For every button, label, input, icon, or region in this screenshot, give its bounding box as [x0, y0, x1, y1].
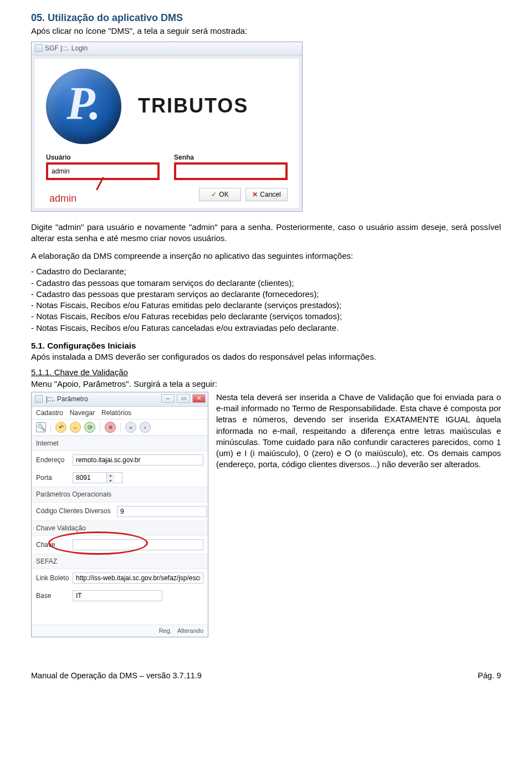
elab-intro: A elaboração da DMS compreende a inserçã… — [31, 250, 501, 262]
endereco-input[interactable] — [73, 454, 203, 466]
list-item: - Cadastro do Declarante; — [31, 266, 501, 277]
ok-button-label: OK — [219, 191, 228, 198]
toolbar-divider — [120, 422, 121, 432]
link-label: Link Boleto — [36, 574, 69, 582]
user-input[interactable] — [48, 165, 157, 178]
app-logo — [46, 69, 121, 144]
chave-input[interactable] — [73, 539, 203, 550]
chevron-up-icon[interactable]: ▲ — [107, 473, 114, 478]
refresh-icon[interactable]: ⟳ — [84, 422, 95, 433]
menu-relatorios[interactable]: Relatórios — [101, 408, 131, 417]
status-reg: Reg. — [159, 627, 172, 635]
stop-icon[interactable]: ✕ — [105, 422, 116, 433]
base-label: Base — [36, 591, 69, 600]
sub511-title: 5.1.1. Chave de Validação — [31, 367, 128, 377]
list-item: - Cadastro das pessoas que prestaram ser… — [31, 289, 501, 300]
list-item: - Notas Fiscais, Recibos e/ou Faturas ca… — [31, 323, 501, 334]
section-heading: 05. Utilização do aplicativo DMS — [31, 11, 501, 24]
password-label: Senha — [174, 153, 288, 162]
group-internet: Internet — [32, 436, 208, 451]
menubar: Cadastro Navegar Relatórios — [32, 407, 208, 420]
param-window: |:::. Parâmetro – ▭ ✕ Cadastro Navegar R… — [31, 392, 208, 637]
footer-right: Pág. 9 — [478, 671, 501, 682]
check-icon: ✓ — [211, 191, 217, 198]
cancel-button[interactable]: ✕ Cancel — [245, 188, 288, 201]
minimize-button[interactable]: – — [161, 394, 175, 403]
porta-spinner[interactable]: ▲▼ — [73, 472, 122, 483]
after-login-text: Digite "admin" para usuário e novamente … — [31, 222, 501, 244]
password-input[interactable] — [176, 165, 285, 178]
sub51-title: 5.1. Configurações Iniciais — [31, 341, 136, 350]
base-input[interactable] — [73, 590, 162, 601]
toolbar-divider — [100, 422, 100, 432]
porta-label: Porta — [36, 473, 69, 482]
toolbar-divider — [50, 422, 51, 432]
nav-prev-icon[interactable]: ‹ — [140, 422, 151, 433]
nav-first-icon[interactable]: « — [125, 422, 136, 433]
link-input[interactable] — [73, 572, 203, 584]
menu-navegar[interactable]: Navegar — [70, 408, 95, 417]
status-mode: Alterando — [177, 627, 203, 635]
chave-label: Chave — [36, 540, 69, 549]
list-item: - Cadastro das pessoas que tomaram servi… — [31, 278, 501, 289]
maximize-button[interactable]: ▭ — [177, 394, 190, 403]
undo-icon[interactable]: ↶ — [55, 422, 66, 433]
login-window: SGF |:::. Login TRIBUTOS Usuário Senha — [31, 42, 303, 212]
endereco-label: Endereço — [36, 456, 69, 464]
search-icon[interactable]: 🔍 — [36, 422, 46, 432]
list-item: - Notas Fiscais, Recibos e/ou Faturas em… — [31, 300, 501, 311]
login-title: SGF |:::. Login — [45, 44, 88, 53]
list-item: - Notas Fiscais, Recibos e/ou Faturas re… — [31, 311, 501, 322]
sub511-body: Menu "Apoio, Parâmetros". Surgirá a tela… — [31, 379, 217, 388]
brand-label: TRIBUTOS — [138, 93, 248, 120]
footer-left: Manual de Operação da DMS – versão 3.7.1… — [31, 671, 202, 682]
right-paragraph: Nesta tela deverá ser inserida a Chave d… — [216, 392, 501, 470]
porta-input[interactable] — [73, 473, 106, 483]
close-icon: ✕ — [252, 191, 258, 198]
group-oper: Parâmetros Operacionais — [32, 487, 208, 502]
chevron-down-icon[interactable]: ▼ — [107, 478, 114, 483]
window-icon — [35, 44, 43, 52]
bullet-list: - Cadastro do Declarante; - Cadastro das… — [31, 266, 501, 334]
sub51-body: Após instalada a DMS deverão ser configu… — [31, 352, 376, 361]
codigo-label: Código Clientes Diversos — [36, 507, 114, 515]
window-icon — [35, 395, 43, 403]
user-label: Usuário — [46, 153, 160, 162]
param-title: |:::. Parâmetro — [46, 395, 88, 403]
codigo-input[interactable] — [117, 506, 207, 517]
group-sefaz: SEFAZ — [32, 554, 208, 569]
ok-button[interactable]: ✓ OK — [199, 188, 241, 201]
intro-text: Após clicar no ícone "DMS", a tela a seg… — [31, 25, 501, 37]
menu-cadastro[interactable]: Cadastro — [36, 408, 63, 417]
login-titlebar: SGF |:::. Login — [32, 42, 302, 55]
admin-callout: admin — [49, 192, 76, 205]
close-button[interactable]: ✕ — [192, 394, 206, 403]
group-chave: Chave Validação — [32, 520, 208, 536]
cancel-button-label: Cancel — [260, 191, 280, 198]
delete-icon[interactable]: – — [70, 422, 81, 433]
